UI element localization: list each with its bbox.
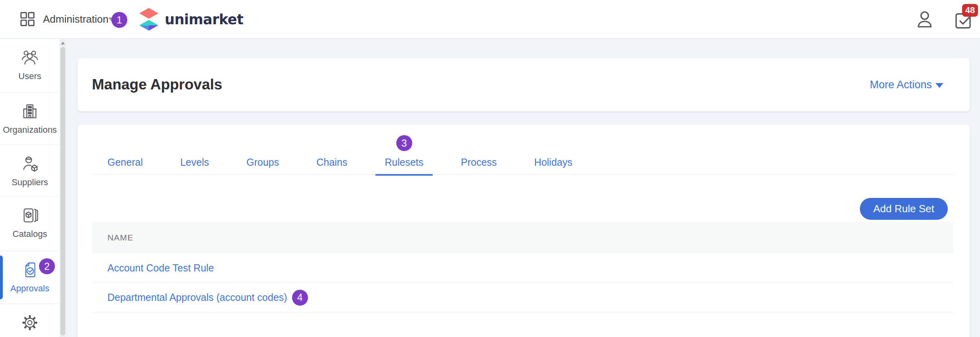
scroll-up-arrow-icon[interactable]	[61, 42, 65, 45]
page-title: Manage Approvals	[92, 58, 222, 111]
tab-bar: General Levels Groups Chains Rulesets 3 …	[92, 153, 955, 175]
sidebar-item-suppliers[interactable]: Suppliers	[0, 145, 60, 197]
ruleset-link[interactable]: Departmental Approvals (account codes)	[107, 292, 287, 303]
more-actions-label: More Actions	[870, 79, 932, 91]
tasks-button[interactable]: 48	[954, 10, 973, 29]
sidebar-item-users[interactable]: Users	[0, 39, 60, 93]
tasks-count-badge: 48	[962, 4, 978, 17]
more-actions-button[interactable]: More Actions	[870, 58, 943, 111]
sidebar-item-approvals[interactable]: Approvals 2	[0, 251, 60, 304]
tab-process[interactable]: Process	[451, 157, 506, 174]
tab-rulesets[interactable]: Rulesets 3	[375, 157, 433, 174]
caret-down-icon	[935, 83, 943, 88]
unimarket-logo-icon	[138, 8, 159, 32]
table-header-name: NAME	[92, 222, 953, 254]
active-indicator	[0, 256, 3, 299]
sidebar-item-organizations[interactable]: Organizations	[0, 93, 60, 145]
scrollbar-thumb[interactable]	[60, 47, 65, 335]
table-row: Departmental Approvals (account codes) 4	[92, 283, 953, 312]
tab-rulesets-label: Rulesets	[385, 157, 423, 168]
tab-general[interactable]: General	[98, 157, 152, 174]
annotation-badge-4: 4	[292, 290, 308, 306]
ruleset-link[interactable]: Account Code Test Rule	[107, 262, 214, 274]
table-row: Account Code Test Rule	[92, 254, 953, 283]
tab-groups[interactable]: Groups	[237, 157, 288, 174]
gear-icon	[21, 314, 39, 332]
sidebar-item-label: Suppliers	[12, 177, 48, 188]
sidebar-item-label: Users	[18, 71, 41, 81]
sidebar: Users Organizations Suppliers	[0, 39, 60, 337]
users-icon	[21, 48, 39, 67]
module-name[interactable]: Administration	[43, 0, 109, 39]
annotation-badge-3: 3	[396, 135, 412, 151]
apps-grid-icon[interactable]	[19, 11, 36, 27]
supplier-person-box-icon	[21, 155, 39, 173]
page-header-card: Manage Approvals More Actions	[78, 58, 970, 111]
brand-wordmark: unimarket	[165, 0, 244, 39]
profile-person-icon[interactable]	[914, 9, 935, 30]
top-bar: Administration 1 unimarket 48	[0, 0, 980, 39]
rulesets-table: NAME Account Code Test Rule Departmental…	[92, 222, 953, 312]
sidebar-item-label: Approvals	[10, 283, 49, 294]
sidebar-item-label: Organizations	[3, 125, 57, 135]
annotation-badge-1: 1	[111, 12, 127, 28]
building-icon	[21, 102, 39, 120]
sidebar-item-label: Catalogs	[13, 229, 47, 239]
sidebar-item-settings[interactable]	[0, 304, 60, 337]
tab-holidays[interactable]: Holidays	[525, 157, 582, 174]
tab-levels[interactable]: Levels	[171, 157, 218, 174]
active-tab-underline	[375, 174, 433, 176]
annotation-badge-2: 2	[39, 258, 55, 274]
approvals-card: General Levels Groups Chains Rulesets 3 …	[78, 125, 970, 337]
sidebar-scrollbar[interactable]	[60, 39, 66, 337]
add-rule-set-button[interactable]: Add Rule Set	[860, 198, 948, 220]
tab-chains[interactable]: Chains	[307, 157, 357, 174]
catalog-cards-icon	[21, 206, 39, 225]
sidebar-item-catalogs[interactable]: Catalogs	[0, 197, 60, 251]
document-check-icon	[21, 261, 39, 279]
